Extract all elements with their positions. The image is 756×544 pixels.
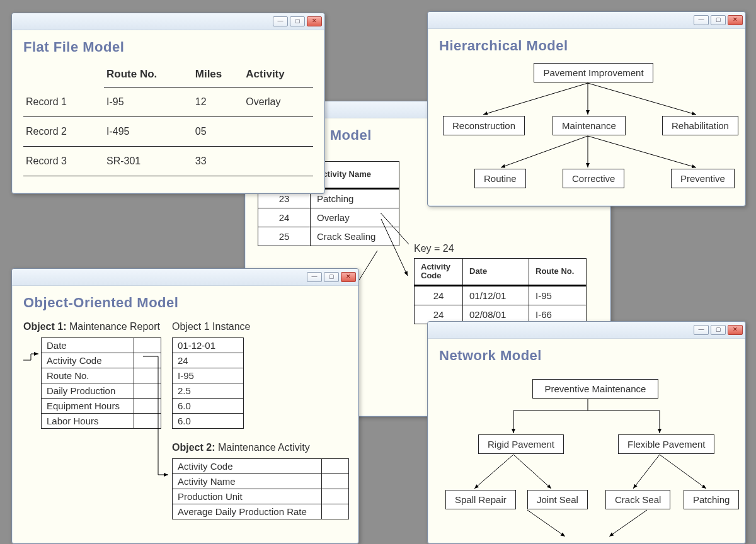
- obj1-instance-label: Object 1 Instance: [172, 321, 251, 332]
- table-row: Record 2 I-495 05: [23, 117, 313, 147]
- svg-line-16: [660, 455, 706, 489]
- maximize-button[interactable]: ▢: [711, 325, 726, 335]
- obj1-name: Maintenance Report: [69, 321, 160, 332]
- svg-line-15: [633, 455, 660, 489]
- obj2-name: Maintenance Activity: [218, 442, 310, 453]
- minimize-button[interactable]: —: [273, 16, 288, 26]
- table-row: Record 1 I-95 12 Overlay: [23, 88, 313, 117]
- maximize-button[interactable]: ▢: [711, 15, 726, 25]
- minimize-button[interactable]: —: [694, 15, 709, 25]
- svg-line-6: [501, 136, 588, 167]
- window-object-oriented: — ▢ ✕ Object-Oriented Model Object 1: Ma…: [11, 268, 359, 544]
- titlebar: — ▢ ✕: [12, 269, 358, 286]
- window-title: Object-Oriented Model: [23, 295, 347, 311]
- obj2-label: Object 2:: [172, 442, 215, 453]
- node-leaf: Spall Repair: [445, 490, 516, 509]
- col-header: Activity Code: [415, 259, 463, 286]
- window-title: Hierarchical Model: [439, 38, 734, 54]
- node-root: Preventive Maintenance: [532, 379, 658, 399]
- close-button[interactable]: ✕: [728, 325, 743, 335]
- close-button[interactable]: ✕: [728, 15, 743, 25]
- node-mid: Maintenance: [553, 116, 626, 135]
- svg-line-18: [609, 510, 647, 536]
- maximize-button[interactable]: ▢: [324, 272, 339, 282]
- flat-table: Route No. Miles Activity Record 1 I-95 1…: [23, 64, 313, 176]
- node-leaf: Routine: [474, 169, 526, 188]
- svg-line-13: [474, 455, 513, 489]
- svg-line-14: [513, 455, 551, 489]
- node-leaf: Patching: [684, 490, 739, 509]
- col-header: Date: [463, 259, 529, 286]
- window-flat-file: — ▢ ✕ Flat File Model Route No. Miles Ac…: [11, 13, 325, 194]
- table-row: 24Overlay: [258, 208, 399, 227]
- col-header: Miles: [193, 64, 244, 88]
- table-row: 25Crack Sealing: [258, 227, 399, 246]
- col-header: Route No.: [104, 64, 193, 88]
- node-mid: Rehabilitation: [662, 116, 738, 135]
- obj1-fields-table: Date Activity Code Route No. Daily Produ…: [41, 337, 161, 429]
- titlebar: — ▢ ✕: [428, 12, 745, 29]
- col-header: Route No.: [529, 259, 587, 286]
- close-button[interactable]: ✕: [307, 16, 322, 26]
- col-header: Activity: [243, 64, 313, 88]
- minimize-button[interactable]: —: [307, 272, 322, 282]
- window-network: — ▢ ✕ Network Model Preventive Maintenan…: [427, 321, 746, 544]
- table-row: Record 3 SR-301 33: [23, 147, 313, 176]
- svg-line-17: [527, 510, 565, 536]
- node-mid: Flexible Pavement: [618, 434, 714, 454]
- node-leaf: Crack Seal: [605, 490, 670, 509]
- window-hierarchical: — ▢ ✕ Hierarchical Model Pavement Improv…: [427, 11, 746, 207]
- minimize-button[interactable]: —: [694, 325, 709, 335]
- obj2-fields-table: Activity Code Activity Name Production U…: [172, 458, 349, 519]
- svg-line-8: [588, 136, 696, 167]
- log-table: Activity Code Date Route No. 2401/12/01I…: [414, 258, 587, 324]
- svg-line-3: [483, 83, 588, 115]
- window-title: Network Model: [439, 348, 734, 364]
- node-leaf: Corrective: [563, 169, 624, 188]
- node-mid: Reconstruction: [443, 116, 525, 135]
- window-title: Flat File Model: [23, 39, 313, 55]
- node-leaf: Preventive: [671, 169, 735, 188]
- row-label: Record 1: [23, 88, 104, 117]
- node-mid: Rigid Pavement: [478, 434, 564, 454]
- node-root: Pavement Improvement: [534, 63, 653, 82]
- obj1-label: Object 1:: [23, 321, 66, 332]
- titlebar: — ▢ ✕: [12, 13, 324, 30]
- table-row: 2401/12/01I-95: [415, 285, 587, 305]
- node-leaf: Joint Seal: [527, 490, 588, 509]
- row-label: Record 3: [23, 147, 104, 176]
- row-label: Record 2: [23, 117, 104, 147]
- svg-line-5: [588, 83, 696, 115]
- key-label: Key = 24: [414, 243, 454, 254]
- maximize-button[interactable]: ▢: [290, 16, 305, 26]
- obj1-instance-table: 01-12-01 24 I-95 2.5 6.0 6.0: [172, 337, 244, 429]
- close-button[interactable]: ✕: [341, 272, 356, 282]
- titlebar: — ▢ ✕: [428, 322, 745, 339]
